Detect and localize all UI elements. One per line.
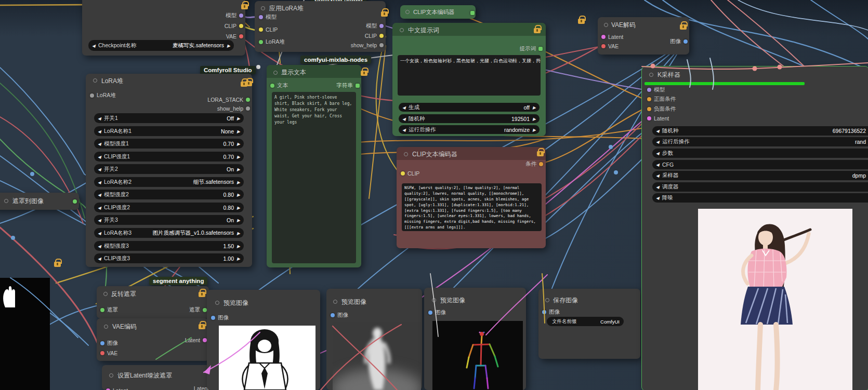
increment-arrow-icon[interactable]: ▶ xyxy=(237,129,240,133)
input-text[interactable]: 文本 xyxy=(270,82,288,89)
lock-icon[interactable] xyxy=(534,28,541,33)
collapse-dot-icon[interactable] xyxy=(261,6,265,10)
input-clip[interactable]: CLIP xyxy=(401,170,419,177)
decrement-arrow-icon[interactable]: ◀ xyxy=(656,151,659,156)
negative-prompt-textarea[interactable]: NSFW, [worst quality:2], [low quality:2]… xyxy=(402,183,542,231)
output-clip[interactable]: CLIP xyxy=(365,32,384,39)
collapse-dot-icon[interactable] xyxy=(333,300,337,304)
collapse-dot-icon[interactable] xyxy=(103,292,108,296)
lock-icon[interactable] xyxy=(578,19,585,24)
input-positive[interactable]: 正面条件 xyxy=(647,96,676,103)
output-image[interactable] xyxy=(73,198,77,205)
node-clip-text-encode-positive[interactable]: CLIP文本编码器 xyxy=(400,5,476,19)
output-conditioning[interactable] xyxy=(470,9,475,17)
node-set-latent-noise-mask[interactable]: 设置Latent噪波遮罩 Latent Latent xyxy=(102,365,218,390)
output-show-help[interactable]: show_help xyxy=(351,42,384,49)
decrement-arrow-icon[interactable]: ◀ xyxy=(402,116,405,121)
node-checkpoint-loader[interactable]: 模型 CLIP VAE ◀ Checkpoint名称 麦橘写实.safetens… xyxy=(82,0,245,56)
input-clip[interactable]: CLIP xyxy=(259,26,278,33)
decrement-arrow-icon[interactable]: ◀ xyxy=(402,105,405,110)
lock-icon[interactable] xyxy=(381,11,388,17)
output-clip[interactable]: CLIP xyxy=(225,22,243,30)
collapse-dot-icon[interactable] xyxy=(4,199,8,203)
widget-steps[interactable]: ◀步数 xyxy=(652,149,868,158)
output-model[interactable]: 模型 xyxy=(226,12,243,19)
increment-arrow-icon[interactable]: ▶ xyxy=(237,116,240,120)
decrement-arrow-icon[interactable]: ◀ xyxy=(98,218,101,222)
decrement-arrow-icon[interactable]: ◀ xyxy=(98,167,101,171)
output-model[interactable]: 模型 xyxy=(366,22,384,30)
increment-arrow-icon[interactable]: ▶ xyxy=(533,127,536,132)
widget-filename-prefix[interactable]: 文件名前缀 ComfyUI xyxy=(547,317,624,326)
widget-control-after-generate[interactable]: ◀运行后操作rand xyxy=(652,137,868,146)
increment-arrow-icon[interactable]: ▶ xyxy=(237,154,240,159)
collapse-dot-icon[interactable] xyxy=(273,71,278,75)
increment-arrow-icon[interactable]: ▶ xyxy=(237,218,240,222)
output-prompt[interactable]: 提示词 xyxy=(520,45,543,52)
node-preview-image-2[interactable]: 预览图像 图像 xyxy=(326,289,422,390)
collapse-dot-icon[interactable] xyxy=(432,298,436,302)
lock-icon[interactable] xyxy=(199,292,205,297)
node-lora-stack[interactable]: LoRA堆 LoRA堆 LORA_STACK show_help ◀开关1Off… xyxy=(86,74,252,267)
node-ksampler[interactable]: K采样器 模型 正面条件 负面条件 Latent ◀随机种69679136522… xyxy=(642,66,868,390)
input-model[interactable]: 模型 xyxy=(647,86,665,93)
decrement-arrow-icon[interactable]: ◀ xyxy=(92,43,95,48)
comfyui-canvas[interactable]: 遮罩到图像 模型 CLIP VAE ◀ Checkpoint名称 麦橘写实.sa… xyxy=(0,0,868,390)
node-mask-to-image[interactable]: 遮罩到图像 xyxy=(0,193,79,210)
input-image[interactable]: 图像 xyxy=(428,309,446,316)
decrement-arrow-icon[interactable]: ◀ xyxy=(656,196,659,200)
decrement-arrow-icon[interactable]: ◀ xyxy=(98,244,101,248)
increment-arrow-icon[interactable]: ▶ xyxy=(227,43,230,48)
node-display-text[interactable]: 显示文本 文本 字符串 A girl, Pink short-sleeve sh… xyxy=(267,65,361,267)
output-latent[interactable]: Latent xyxy=(185,337,207,344)
lock-icon[interactable] xyxy=(245,81,252,86)
decrement-arrow-icon[interactable]: ◀ xyxy=(656,163,659,167)
node-preview-image-1[interactable]: 预览图像 图像 xyxy=(207,290,320,390)
collapse-dot-icon[interactable] xyxy=(604,23,608,27)
input-image[interactable]: 图像 xyxy=(542,308,560,316)
decrement-arrow-icon[interactable]: ◀ xyxy=(656,185,659,190)
increment-arrow-icon[interactable]: ▶ xyxy=(237,180,240,184)
lock-icon[interactable] xyxy=(537,151,544,156)
increment-arrow-icon[interactable]: ▶ xyxy=(237,192,240,197)
input-latent[interactable]: Latent xyxy=(601,33,623,41)
decrement-arrow-icon[interactable]: ◀ xyxy=(98,154,101,159)
output-conditioning[interactable]: 条件 xyxy=(525,160,543,168)
input-image[interactable]: 图像 xyxy=(331,312,348,319)
lock-icon[interactable] xyxy=(241,4,248,9)
widget-switch-1[interactable]: ◀开关1Off▶ xyxy=(94,113,244,123)
widget-lora-name-1[interactable]: ◀LoRA名称1None▶ xyxy=(94,126,244,136)
input-model[interactable]: 模型 xyxy=(259,14,277,21)
widget-model-strength-2[interactable]: ◀模型强度20.80▶ xyxy=(94,190,244,199)
increment-arrow-icon[interactable]: ▶ xyxy=(237,141,240,146)
output-show-help[interactable]: show_help xyxy=(217,105,250,112)
decrement-arrow-icon[interactable]: ◀ xyxy=(98,231,101,235)
increment-arrow-icon[interactable]: ▶ xyxy=(533,116,536,121)
input-mask[interactable]: 遮罩 xyxy=(100,306,118,314)
widget-clip-strength-2[interactable]: ◀CLIP强度20.80▶ xyxy=(94,203,244,212)
node-vae-decode[interactable]: VAE解码 Latent VAE 图像 xyxy=(598,17,689,55)
decrement-arrow-icon[interactable]: ◀ xyxy=(656,140,659,144)
lock-icon[interactable] xyxy=(361,71,367,76)
collapse-dot-icon[interactable] xyxy=(215,301,219,305)
decrement-arrow-icon[interactable]: ◀ xyxy=(98,256,101,261)
decrement-arrow-icon[interactable]: ◀ xyxy=(402,127,405,132)
widget-denoise[interactable]: ◀降噪 xyxy=(652,193,868,203)
widget-seed[interactable]: ◀ 随机种 192501 ▶ xyxy=(399,114,540,123)
output-image[interactable]: 图像 xyxy=(670,38,688,45)
decrement-arrow-icon[interactable]: ◀ xyxy=(656,129,659,133)
output-mask[interactable]: 遮罩 xyxy=(189,306,207,314)
collapse-dot-icon[interactable] xyxy=(649,73,653,77)
lock-icon[interactable] xyxy=(680,24,687,30)
widget-switch-2[interactable]: ◀开关2On▶ xyxy=(94,164,244,174)
widget-control-after-generate[interactable]: ◀ 运行后操作 randomize ▶ xyxy=(399,125,540,134)
widget-switch-3[interactable]: ◀开关3On▶ xyxy=(94,215,244,225)
output-vae[interactable]: VAE xyxy=(226,33,243,40)
decrement-arrow-icon[interactable]: ◀ xyxy=(98,192,101,197)
widget-cfg[interactable]: ◀CFG xyxy=(652,160,868,169)
output-lora-stack[interactable]: LORA_STACK xyxy=(207,96,250,103)
input-vae[interactable]: VAE xyxy=(100,349,117,357)
collapse-dot-icon[interactable] xyxy=(404,152,408,156)
decrement-arrow-icon[interactable]: ◀ xyxy=(98,141,101,146)
increment-arrow-icon[interactable]: ▶ xyxy=(237,167,240,171)
